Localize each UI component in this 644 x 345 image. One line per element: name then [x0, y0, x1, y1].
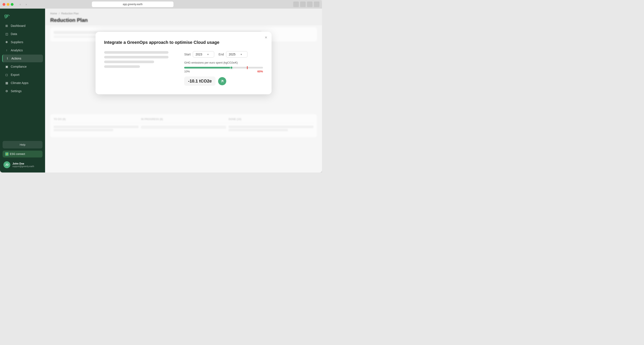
slider-fill	[184, 67, 232, 69]
data-icon: ◫	[5, 32, 8, 36]
result-value: -10.1 tCO2e	[184, 77, 216, 86]
start-chevron-icon: ▾	[207, 53, 209, 56]
page-title: Reduction Plan	[50, 17, 317, 23]
back-arrow[interactable]: ‹	[18, 2, 22, 7]
user-profile[interactable]: JD John Doe support@greenly.earth	[2, 160, 42, 170]
address-bar[interactable]: app.greenly.earth	[92, 2, 174, 7]
compliance-icon: ▣	[5, 65, 8, 69]
sidebar-item-dashboard[interactable]: ⊞ Dashboard	[2, 22, 43, 30]
browser-toolbar-right	[293, 2, 320, 7]
ghg-section: GHG emissions per euro spent (kgCO2e/€)	[184, 61, 263, 86]
sidebar-label-suppliers: Suppliers	[11, 40, 23, 44]
nav-arrows: ‹ ›	[18, 2, 28, 7]
user-email: support@greenly.earth	[12, 165, 34, 168]
modal-overlay: × Integrate a GreenOps approach to optim…	[45, 25, 322, 173]
sidebar-item-actions[interactable]: ⌇ Actions	[2, 55, 43, 62]
esg-icon: ⚡	[5, 152, 8, 156]
sidebar-item-compliance[interactable]: ▣ Compliance	[2, 63, 43, 71]
breadcrumb: Home / Reduction Plan	[50, 12, 317, 15]
maximize-traffic-light[interactable]	[11, 3, 14, 6]
logo-dot: ·	[8, 13, 10, 18]
main-content: Home / Reduction Plan Reduction Plan × I…	[45, 9, 322, 173]
slider-container: 10% 60%	[184, 67, 263, 73]
minimize-traffic-light[interactable]	[7, 3, 10, 6]
sidebar-label-analytics: Analytics	[11, 49, 23, 52]
traffic-lights	[2, 3, 14, 6]
suppliers-icon: ❋	[5, 40, 8, 44]
dashboard-icon: ⊞	[5, 24, 8, 28]
sidebar-item-climate-apps[interactable]: ▦ Climate Apps	[2, 79, 43, 87]
end-date-select[interactable]: 2025 ▾	[226, 51, 248, 58]
sidebar-label-dashboard: Dashboard	[11, 24, 26, 28]
slider-labels: 10% 60%	[184, 70, 263, 73]
modal-text-line-2	[104, 56, 168, 59]
sidebar: gr· ⊞ Dashboard ◫ Data ❋ Suppliers ↑ Ana…	[0, 9, 45, 173]
modal-text-line-1	[104, 51, 168, 54]
close-traffic-light[interactable]	[2, 3, 5, 6]
end-date-field: End 2025 ▾	[218, 51, 248, 58]
climate-apps-icon: ▦	[5, 81, 8, 85]
modal-text-line-3	[104, 61, 154, 63]
user-name: John Doe	[12, 162, 34, 165]
toolbar-btn-4[interactable]	[314, 2, 320, 7]
modal-close-button[interactable]: ×	[265, 35, 267, 40]
esg-connect-button[interactable]: ⚡ ESG connect	[2, 151, 42, 157]
slider-left-label: 10%	[184, 70, 190, 73]
breadcrumb-sep1: /	[59, 12, 60, 15]
help-button[interactable]: Help	[2, 141, 42, 148]
browser-titlebar: ‹ › app.greenly.earth	[0, 0, 322, 9]
modal-title: Integrate a GreenOps approach to optimis…	[104, 40, 263, 45]
result-box: -10.1 tCO2e	[184, 77, 263, 86]
user-info: John Doe support@greenly.earth	[12, 162, 34, 168]
sidebar-label-actions: Actions	[12, 57, 21, 60]
esg-label: ESG connect	[10, 153, 25, 156]
app-container: gr· ⊞ Dashboard ◫ Data ❋ Suppliers ↑ Ana…	[0, 9, 322, 173]
end-chevron-icon: ▾	[241, 53, 242, 56]
page-header: Home / Reduction Plan Reduction Plan	[45, 9, 322, 25]
start-value: 2023	[196, 53, 202, 56]
sidebar-item-settings[interactable]: ⚙ Settings	[2, 87, 43, 95]
analytics-icon: ↑	[5, 48, 8, 52]
sidebar-label-settings: Settings	[11, 89, 22, 93]
avatar: JD	[4, 161, 10, 168]
slider-thumb[interactable]	[230, 66, 233, 69]
start-date-select[interactable]: 2023 ▾	[193, 51, 214, 58]
url-text: app.greenly.earth	[123, 3, 143, 6]
slider-right-label: 60%	[258, 70, 263, 73]
sidebar-label-compliance: Compliance	[11, 65, 26, 68]
content-area: × Integrate a GreenOps approach to optim…	[45, 25, 322, 173]
modal-right-content: Start 2023 ▾ End	[184, 51, 263, 86]
breadcrumb-reduction-plan: Reduction Plan	[61, 12, 78, 15]
help-label: Help	[20, 143, 26, 146]
sidebar-item-data[interactable]: ◫ Data	[2, 30, 43, 38]
sidebar-label-data: Data	[11, 32, 17, 36]
start-date-field: Start 2023 ▾	[184, 51, 214, 58]
end-value: 2025	[229, 53, 236, 56]
slider-track[interactable]	[184, 67, 263, 69]
date-row: Start 2023 ▾ End	[184, 51, 263, 58]
sidebar-item-export[interactable]: ◻ Export	[2, 71, 43, 79]
toolbar-btn-1[interactable]	[293, 2, 299, 7]
toolbar-btn-2[interactable]	[300, 2, 306, 7]
actions-icon: ⌇	[5, 57, 9, 60]
sidebar-item-analytics[interactable]: ↑ Analytics	[2, 46, 43, 54]
modal-left-content	[104, 51, 176, 86]
ghg-label: GHG emissions per euro spent (kgCO2e/€)	[184, 61, 263, 64]
forward-arrow[interactable]: ›	[24, 2, 28, 7]
avatar-initials: JD	[5, 163, 8, 166]
start-label: Start	[184, 53, 190, 56]
settings-icon: ⚙	[5, 89, 8, 93]
export-icon: ◻	[5, 73, 8, 77]
modal-dialog: × Integrate a GreenOps approach to optim…	[96, 32, 272, 94]
slider-marker-red	[247, 66, 248, 69]
sidebar-label-export: Export	[11, 73, 19, 77]
logo-text: gr	[4, 13, 8, 18]
sidebar-logo: gr·	[0, 9, 45, 22]
sidebar-item-suppliers[interactable]: ❋ Suppliers	[2, 38, 43, 46]
sidebar-label-climate-apps: Climate Apps	[11, 81, 28, 85]
browser-window: ‹ › app.greenly.earth gr· ⊞ Dashboard	[0, 0, 322, 173]
sidebar-bottom: Help ⚡ ESG connect JD John Doe support@g…	[0, 138, 45, 173]
toolbar-btn-3[interactable]	[307, 2, 312, 7]
result-trend-icon	[218, 77, 226, 85]
modal-body: Start 2023 ▾ End	[104, 51, 263, 86]
